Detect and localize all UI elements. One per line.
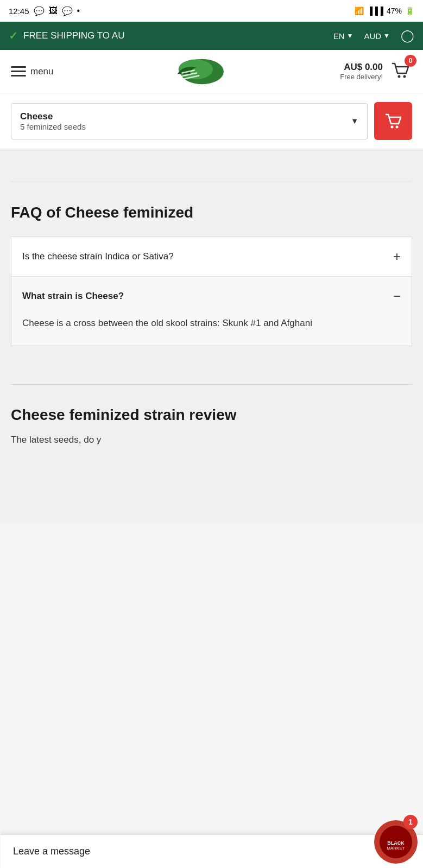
faq-item-2: What strain is Cheese? − Cheese is a cro… xyxy=(11,277,412,346)
currency-label: AUD xyxy=(364,31,381,41)
messenger2-icon: 💬 xyxy=(62,6,73,16)
review-text: The latest seeds, do y xyxy=(11,432,412,447)
product-dropdown-text: Cheese 5 feminized seeds xyxy=(20,111,86,131)
language-label: EN xyxy=(333,31,345,41)
svg-point-7 xyxy=(391,126,394,129)
hamburger-menu-button[interactable] xyxy=(11,66,26,76)
faq-item-1: Is the cheese strain Indica or Sativa? + xyxy=(11,237,412,277)
faq-question-text-1: Is the cheese strain Indica or Sativa? xyxy=(22,251,174,262)
checkmark-icon: ✓ xyxy=(9,29,18,42)
menu-label: menu xyxy=(30,66,54,77)
currency-dropdown-icon: ▼ xyxy=(383,32,390,40)
shipping-text: FREE SHIPPING TO AU xyxy=(23,30,124,41)
wifi-icon: 📶 xyxy=(355,7,364,15)
svg-text:BLACK: BLACK xyxy=(387,840,405,846)
currency-selector[interactable]: AUD ▼ xyxy=(364,31,390,41)
nav-bar: menu AU$ 0.00 Free delivery! 0 xyxy=(0,50,423,93)
add-to-cart-button[interactable] xyxy=(374,102,412,140)
photo-icon: 🖼 xyxy=(49,6,58,16)
review-title: Cheese feminized strain review xyxy=(11,406,412,424)
faq-answer-2: Cheese is a cross between the old skool … xyxy=(11,316,412,346)
message-label: Leave a message xyxy=(13,846,410,857)
faq-section: FAQ of Cheese feminized Is the cheese st… xyxy=(0,182,423,357)
svg-point-6 xyxy=(403,75,406,78)
user-account-icon[interactable]: ◯ xyxy=(401,29,414,43)
faq-question-text-2: What strain is Cheese? xyxy=(22,291,124,302)
review-section: Cheese feminized strain review The lates… xyxy=(0,385,423,458)
product-name: Cheese xyxy=(20,111,86,122)
product-variant-dropdown[interactable]: Cheese 5 feminized seeds ▼ xyxy=(11,103,368,139)
menu-group[interactable]: menu xyxy=(11,66,54,77)
svg-point-8 xyxy=(396,126,399,129)
battery-icon: 🔋 xyxy=(405,7,414,15)
cart-price: AU$ 0.00 xyxy=(340,62,383,73)
battery-display: 47% xyxy=(387,7,402,15)
cart-button[interactable]: 0 xyxy=(389,59,412,84)
language-selector[interactable]: EN ▼ xyxy=(333,31,353,41)
message-bubble[interactable]: Leave a message xyxy=(0,834,423,868)
cart-area: AU$ 0.00 Free delivery! 0 xyxy=(340,59,412,84)
cart-info: AU$ 0.00 Free delivery! xyxy=(340,62,383,81)
product-selector-bar: Cheese 5 feminized seeds ▼ xyxy=(0,93,423,149)
svg-text:MARKET: MARKET xyxy=(387,846,405,851)
content-area: FAQ of Cheese feminized Is the cheese st… xyxy=(0,149,423,523)
top-banner: ✓ FREE SHIPPING TO AU EN ▼ AUD ▼ ◯ xyxy=(0,22,423,50)
dot-indicator: • xyxy=(77,6,80,16)
faq-toggle-icon-1: + xyxy=(393,250,401,263)
faq-question-2[interactable]: What strain is Cheese? − xyxy=(11,277,412,316)
cart-badge: 0 xyxy=(405,55,416,67)
time-display: 12:45 xyxy=(9,7,29,16)
product-dropdown-icon: ▼ xyxy=(351,117,358,125)
logo xyxy=(169,55,224,88)
messenger-icon: 💬 xyxy=(34,6,45,16)
status-bar: 12:45 💬 🖼 💬 • 📶 ▐▐▐ 47% 🔋 xyxy=(0,0,423,22)
faq-question-1[interactable]: Is the cheese strain Indica or Sativa? + xyxy=(11,237,412,276)
cart-delivery-label: Free delivery! xyxy=(340,73,383,81)
chat-avatar-badge: 1 xyxy=(403,815,418,829)
svg-point-5 xyxy=(398,75,401,78)
signal-icon: ▐▐▐ xyxy=(367,7,383,15)
product-sub: 5 feminized seeds xyxy=(20,122,86,131)
faq-title: FAQ of Cheese feminized xyxy=(11,204,412,221)
faq-toggle-icon-2: − xyxy=(393,290,401,303)
language-dropdown-icon: ▼ xyxy=(347,32,353,40)
